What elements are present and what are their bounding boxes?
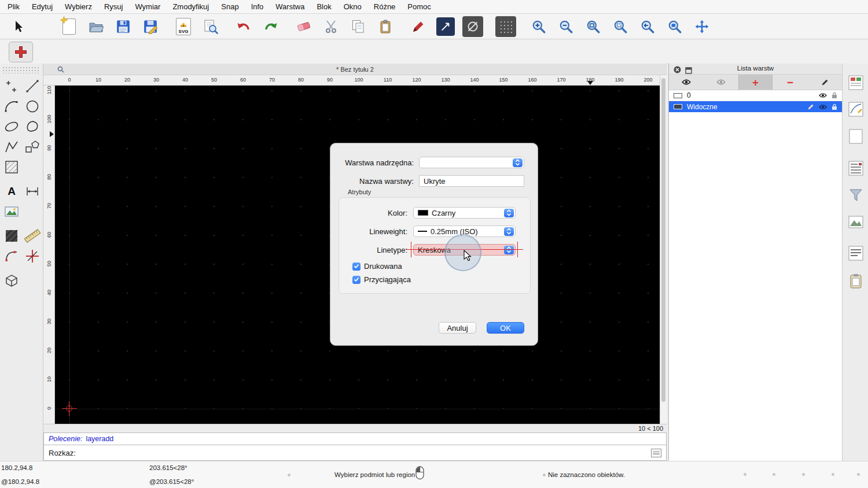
layer-color-swatch[interactable] (674, 104, 682, 109)
hide-all-layers-button[interactable] (704, 75, 738, 90)
modify-tool-button[interactable] (2, 246, 21, 266)
arc-icon (3, 98, 20, 115)
add-layer-tool-button[interactable] (9, 42, 33, 62)
new-file-button[interactable] (58, 16, 79, 37)
point-tool-button[interactable] (2, 76, 21, 96)
copy-button[interactable] (348, 16, 369, 37)
dropdown-stepper-icon[interactable] (504, 246, 514, 254)
add-layer-button[interactable]: + (738, 75, 773, 90)
circle-tool-button[interactable] (23, 97, 42, 116)
layers-panel-toggle[interactable] (846, 158, 865, 178)
snappable-checkbox-row[interactable]: Przyciągająca (352, 275, 411, 284)
dimension-tool-button[interactable] (23, 182, 42, 201)
main-toolbar: SVG (0, 14, 868, 39)
previous-view-button[interactable] (637, 16, 658, 37)
spline-tool-button[interactable] (23, 117, 42, 136)
hatch-tool-button[interactable] (2, 157, 21, 177)
cut-button[interactable] (321, 16, 341, 37)
layer-row-widoczne[interactable]: Widoczne (669, 101, 842, 112)
palette-drag-handle[interactable] (2, 66, 41, 73)
menu-wybierz[interactable]: Wybierz (65, 2, 92, 11)
dropdown-stepper-icon[interactable] (513, 158, 523, 167)
menu-rozne[interactable]: Różne (374, 2, 396, 11)
printable-checkbox-row[interactable]: Drukowana (352, 262, 402, 271)
reference-panel-toggle[interactable] (846, 212, 865, 231)
ellipse-tool-button[interactable] (2, 117, 21, 136)
layer-lock-toggle[interactable] (832, 103, 837, 110)
filter-panel-toggle[interactable] (846, 186, 865, 205)
cancel-button[interactable]: Anuluj (439, 322, 476, 334)
zoom-selection-button[interactable] (610, 16, 631, 37)
layer-color-swatch[interactable] (674, 93, 682, 98)
menu-pomoc[interactable]: Pomoc (407, 2, 431, 11)
ok-button[interactable]: OK (487, 322, 524, 334)
layer-row-0[interactable]: 0 (669, 90, 842, 101)
measure-tool-button[interactable] (23, 226, 42, 246)
line-tool-button[interactable] (23, 76, 42, 96)
menu-zmodyfikuj[interactable]: Zmodyfikuj (172, 2, 209, 11)
show-all-layers-button[interactable] (669, 75, 704, 90)
text-tool-button[interactable]: A (2, 182, 21, 201)
layer-edit-icon[interactable] (807, 103, 814, 110)
grid-toggle[interactable] (495, 16, 516, 37)
paste-button[interactable] (375, 16, 396, 37)
menu-warstwa[interactable]: Warstwa (275, 2, 304, 11)
ruler-top-label: 160 (527, 77, 538, 83)
properties-panel-toggle[interactable] (846, 73, 865, 92)
layer-visibility-toggle[interactable] (819, 93, 827, 98)
box3d-tool-button[interactable] (2, 271, 21, 290)
layer-visibility-toggle[interactable] (819, 104, 827, 110)
snap-tool-button[interactable] (23, 246, 42, 266)
vertical-scrollbar-thumb[interactable] (661, 78, 665, 402)
layer-name-field[interactable]: Ukryte (419, 175, 524, 187)
svg-export-button[interactable]: SVG (173, 16, 194, 37)
undo-button[interactable] (233, 16, 254, 37)
floppy-icon (116, 19, 131, 34)
dropdown-stepper-icon[interactable] (504, 209, 514, 217)
image-tool-button[interactable] (2, 202, 21, 221)
document-tab[interactable]: * Bez tytułu 2 (43, 64, 667, 75)
open-file-button[interactable] (86, 16, 106, 37)
command-input[interactable] (76, 445, 651, 460)
select-arrow-button[interactable] (8, 16, 29, 37)
zoom-window-button[interactable] (664, 16, 685, 37)
menu-okno[interactable]: Okno (344, 2, 362, 11)
save-as-button[interactable] (140, 16, 161, 37)
library-panel-toggle[interactable] (846, 99, 865, 119)
modify-properties-button[interactable] (408, 16, 429, 37)
color-dropdown[interactable]: Czarny (413, 207, 516, 219)
layer-lock-toggle[interactable] (832, 92, 837, 99)
save-button[interactable] (113, 16, 134, 37)
commandline-panel-toggle[interactable] (846, 243, 865, 263)
solid-fill-tool-button[interactable] (2, 226, 21, 246)
edit-layer-button[interactable] (807, 75, 842, 90)
arc-tool-button[interactable] (2, 97, 21, 116)
eraser-button[interactable] (293, 16, 314, 37)
shape-tool-button[interactable] (23, 137, 42, 157)
zoom-in-button[interactable] (528, 16, 549, 37)
menu-plik[interactable]: Plik (8, 2, 20, 11)
polyline-tool-button[interactable] (2, 137, 21, 157)
keyboard-toggle-icon[interactable] (651, 449, 661, 457)
menu-wymiar[interactable]: Wymiar (135, 2, 160, 11)
clipboard-panel-toggle[interactable] (846, 271, 865, 290)
linetype-display-toggle[interactable] (462, 16, 483, 37)
dropdown-stepper-icon[interactable] (504, 227, 514, 236)
auto-zoom-button[interactable] (583, 16, 604, 37)
menu-rysuj[interactable]: Rysuj (104, 2, 123, 11)
zoom-out-button[interactable] (556, 16, 576, 37)
checkbox-checked-icon[interactable] (352, 263, 361, 271)
pan-button[interactable] (692, 16, 712, 37)
parent-layer-dropdown[interactable] (419, 157, 524, 168)
redo-button[interactable] (260, 16, 281, 37)
blocks-panel-toggle[interactable] (846, 127, 865, 146)
vertical-scrollbar[interactable] (660, 75, 667, 424)
draft-mode-toggle[interactable] (436, 17, 455, 36)
menu-blok[interactable]: Blok (317, 2, 331, 11)
print-preview-button[interactable] (200, 16, 221, 37)
menu-snap[interactable]: Snap (221, 2, 238, 11)
remove-layer-button[interactable]: − (773, 75, 807, 90)
menu-info[interactable]: Info (251, 2, 264, 11)
menu-edytuj[interactable]: Edytuj (32, 2, 53, 11)
checkbox-checked-icon[interactable] (352, 276, 361, 284)
